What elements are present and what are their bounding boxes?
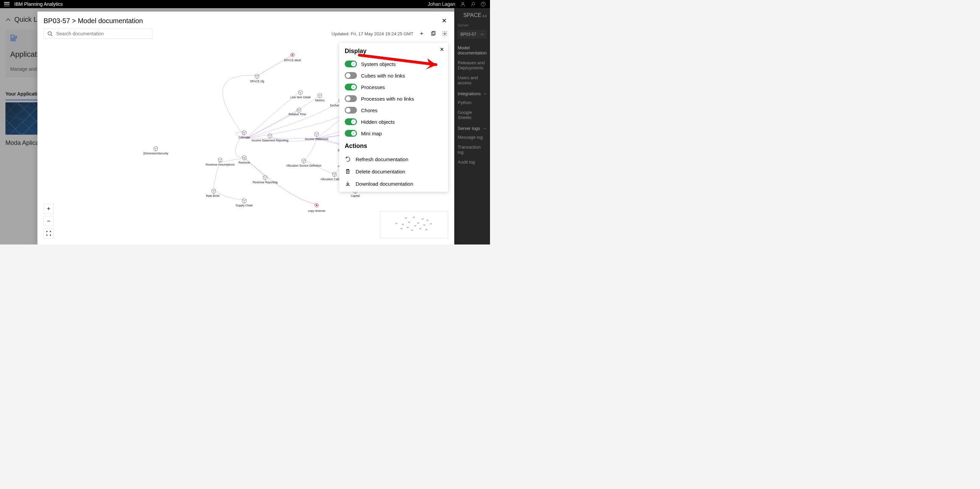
add-button[interactable]: + <box>418 30 425 37</box>
node-income-statement[interactable]: Income Statement <box>305 137 329 141</box>
toggle-chores[interactable] <box>345 107 357 114</box>
copy-icon[interactable] <box>430 30 437 37</box>
node-revenue-assumptions[interactable]: Revenue Assumptions <box>206 163 235 166</box>
search-icon <box>47 31 53 37</box>
top-header: IBM Planning Analytics Johan Lagan <box>0 0 490 8</box>
toggle-label: Mini map <box>361 130 382 137</box>
node-rate-bom[interactable]: Rate BOM <box>206 194 220 198</box>
close-modal-button[interactable]: ✕ <box>440 16 448 26</box>
updated-timestamp: Updated: Fri, 17 May 2024 19:24:25 GMT <box>331 31 414 37</box>
zoom-in-button[interactable]: + <box>43 204 54 214</box>
toggle-row-system-objects: ✓ System objects <box>345 58 443 70</box>
node-revenue[interactable]: Revenue <box>239 161 250 164</box>
node-supply-chain[interactable]: Supply Chain <box>235 204 253 207</box>
modal-toolbar: Updated: Fri, 17 May 2024 19:24:25 GMT + <box>37 29 454 39</box>
search-input[interactable] <box>56 31 149 37</box>
model-documentation-modal: BP03-57 > Model documentation ✕ Updated:… <box>37 11 454 244</box>
toggle-processes-no-links[interactable] <box>345 95 357 102</box>
toggle-processes[interactable]: ✓ <box>345 84 357 90</box>
zoom-controls: + − <box>43 204 54 238</box>
hamburger-menu-icon[interactable] <box>4 2 10 6</box>
node-revenue-reporting[interactable]: Revenue Reporting <box>253 181 278 184</box>
node-space-cfg[interactable]: SPACE.cfg <box>250 79 264 83</box>
rocket-icon[interactable] <box>470 2 476 7</box>
toggle-label: Processes <box>361 84 385 90</box>
toggle-label: Hidden objects <box>361 119 395 125</box>
modal-title: BP03-57 > Model documentation <box>43 17 143 25</box>
fullscreen-button[interactable] <box>43 228 54 238</box>
node-line-item-detail[interactable]: Line Item Detail <box>291 95 311 99</box>
node-income-statement-reporting[interactable]: Income Statement Reporting <box>251 139 288 142</box>
action-delete[interactable]: Delete documentation <box>345 165 443 178</box>
mini-map-content <box>383 214 445 235</box>
node-calendar[interactable]: Calendar <box>239 136 250 139</box>
toggle-mini-map[interactable]: ✓ <box>345 130 357 137</box>
product-name: IBM Planning Analytics <box>14 2 63 7</box>
toggle-label: Chores <box>361 108 377 113</box>
display-heading: Display <box>345 48 443 55</box>
node-dimension-security[interactable]: }DimensionSecurity <box>143 152 169 155</box>
settings-panel: ✕ Display ✓ System objects Cubes with no… <box>339 43 448 192</box>
toggle-label: Processes with no links <box>361 96 414 102</box>
toggle-row-processes: ✓ Processes <box>345 81 443 93</box>
svg-point-1 <box>481 2 485 6</box>
trash-icon <box>345 168 351 175</box>
mini-map[interactable] <box>380 211 448 238</box>
header-right-group: Johan Lagan <box>428 2 486 7</box>
toggle-row-processes-no-links: Processes with no links <box>345 93 443 105</box>
toggle-row-cubes-no-links: Cubes with no links <box>345 70 443 81</box>
node-copy-revenue[interactable]: copy revenue <box>308 209 325 213</box>
download-icon <box>345 181 351 187</box>
settings-close-button[interactable]: ✕ <box>440 46 444 53</box>
toggle-label: System objects <box>361 61 396 67</box>
user-name-label: Johan Lagan <box>428 2 455 7</box>
node-allocation-source-definition[interactable]: Allocation Source Definition <box>286 164 321 167</box>
search-box[interactable] <box>43 29 153 39</box>
node-relative-time[interactable]: Relative Time <box>288 113 306 116</box>
actions-heading: Actions <box>345 143 443 149</box>
action-label: Delete documentation <box>356 169 405 175</box>
zoom-out-button[interactable]: − <box>43 216 54 226</box>
user-icon[interactable] <box>460 2 466 7</box>
toggle-cubes-no-links[interactable] <box>345 72 357 79</box>
modal-header: BP03-57 > Model documentation ✕ <box>37 11 454 29</box>
toggle-row-chores: Chores <box>345 105 443 116</box>
node-space-slack[interactable]: SPACE.slack <box>284 59 301 62</box>
toggle-system-objects[interactable]: ✓ <box>345 60 357 67</box>
refresh-icon <box>345 156 351 162</box>
toggle-row-hidden-objects: ✓ Hidden objects <box>345 116 443 127</box>
node-metrics[interactable]: Metrics <box>315 98 324 102</box>
toggle-row-mini-map: ✓ Mini map <box>345 127 443 139</box>
svg-point-0 <box>462 2 463 4</box>
toggle-label: Cubes with no links <box>361 73 405 79</box>
toggle-hidden-objects[interactable]: ✓ <box>345 118 357 125</box>
svg-point-6 <box>48 32 51 35</box>
svg-point-9 <box>444 33 446 35</box>
action-label: Download documentation <box>356 181 413 187</box>
action-refresh[interactable]: Refresh documentation <box>345 153 443 165</box>
node-capital[interactable]: Capital <box>351 194 360 198</box>
settings-icon[interactable] <box>441 30 448 37</box>
help-icon[interactable] <box>480 2 486 7</box>
action-download[interactable]: Download documentation <box>345 178 443 190</box>
action-label: Refresh documentation <box>356 156 408 162</box>
